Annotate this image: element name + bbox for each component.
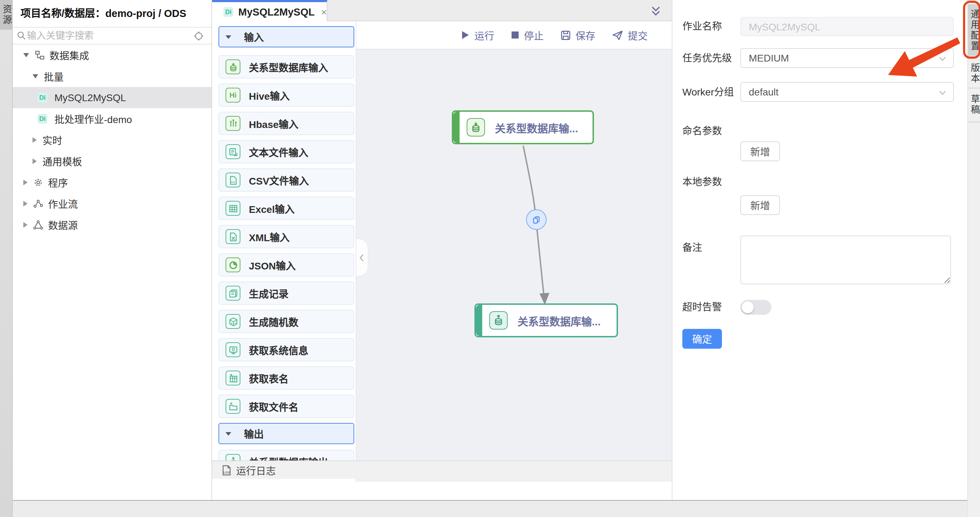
run-log-bar[interactable]: LOG 运行日志 — [212, 460, 672, 479]
close-icon[interactable]: × — [321, 6, 327, 17]
palette-item-xml-input[interactable]: XML输入 — [218, 225, 354, 248]
caret-down-icon[interactable] — [32, 74, 38, 78]
timeout-alert-label: 超时告警 — [682, 300, 722, 314]
excel-grid-icon — [226, 201, 240, 216]
caret-right-icon[interactable] — [23, 180, 27, 185]
rail-tab-draft[interactable]: 草稿 — [968, 92, 980, 118]
component-palette: 输入 关系型数据库输入 Hi Hive输入 Hbase输入 — [212, 21, 356, 482]
rail-tab-general-config[interactable]: 通用配置 — [968, 4, 980, 56]
palette-section-output[interactable]: 输出 — [218, 423, 354, 444]
tree-item-datasource[interactable]: 数据源 — [13, 214, 212, 235]
tree-item-batch-job-demo[interactable]: Di 批处理作业-demo — [13, 108, 212, 129]
palette-item-label: JSON输入 — [249, 258, 296, 272]
caret-down-icon[interactable] — [23, 53, 29, 57]
edge-copy-handle[interactable] — [526, 209, 547, 230]
section-label: 输出 — [244, 426, 264, 441]
node-accent-bar — [453, 112, 460, 143]
rail-tab-label: 版本 — [968, 63, 980, 84]
search-input[interactable] — [27, 29, 179, 43]
chevron-down-icon — [939, 91, 946, 95]
resources-rail-tab[interactable]: 资源 — [0, 0, 13, 30]
worker-group-select[interactable]: default — [740, 82, 954, 102]
run-log-label: 运行日志 — [236, 463, 276, 477]
tab-title: MySQL2MySQL — [238, 6, 315, 17]
palette-item-label: 获取表名 — [249, 371, 288, 385]
dag-canvas[interactable]: 关系型数据库输... 关系型数据库输... — [356, 49, 672, 482]
monitor-icon — [226, 342, 240, 357]
palette-item-get-system-info[interactable]: 获取系统信息 — [218, 338, 354, 361]
tree-item-program[interactable]: 程序 — [13, 172, 212, 193]
rail-tab-version[interactable]: 版本 — [968, 62, 980, 86]
local-params-add-button[interactable]: 新增 — [740, 195, 780, 215]
caret-right-icon[interactable] — [23, 222, 27, 228]
job-name-input[interactable] — [740, 17, 954, 36]
text-file-icon — [226, 144, 240, 159]
node-rdb-input[interactable]: 关系型数据库输... — [452, 110, 594, 144]
remarks-textarea[interactable] — [740, 235, 951, 284]
stop-button[interactable]: 停止 — [511, 28, 544, 42]
palette-item-excel-input[interactable]: Excel输入 — [218, 197, 354, 220]
caret-right-icon[interactable] — [23, 201, 27, 207]
caret-right-icon[interactable] — [32, 158, 37, 164]
paper-plane-icon — [612, 30, 623, 40]
palette-item-get-table-name[interactable]: 获取表名 — [218, 366, 354, 390]
tree-item-data-integration[interactable]: 数据集成 — [13, 45, 212, 66]
project-sidebar: 项目名称/数据层：demo-proj / ODS 数据集成 批量 — [13, 0, 212, 500]
tab-mysql2mysql[interactable]: Di MySQL2MySQL × — [212, 0, 328, 21]
remarks-label: 备注 — [682, 240, 702, 255]
tree-item-workflow[interactable]: 作业流 — [13, 193, 212, 214]
save-button[interactable]: 保存 — [561, 28, 595, 42]
palette-item-text-file-input[interactable]: 文本文件输入 — [218, 140, 354, 163]
chevron-left-icon — [359, 253, 364, 261]
timeout-alert-toggle[interactable] — [740, 300, 772, 315]
palette-item-label: 获取文件名 — [249, 399, 298, 414]
palette-item-generate-records[interactable]: 生成记录 — [218, 282, 354, 305]
tree-item-common-template[interactable]: 通用模板 — [13, 151, 212, 172]
tree-item-label: 批处理作业-demo — [54, 112, 132, 126]
config-panel: 作业名称 任务优先级 MEDIUM Worker分组 default 命名参数 … — [672, 0, 967, 500]
named-params-add-button[interactable]: 新增 — [740, 142, 780, 161]
job-name-label: 作业名称 — [682, 19, 722, 33]
priority-select[interactable]: MEDIUM — [740, 48, 954, 68]
file-name-icon — [226, 399, 240, 414]
bottom-strip — [13, 500, 967, 517]
tree-item-mysql2mysql[interactable]: Di MySQL2MySQL — [13, 87, 212, 108]
datasource-icon — [33, 220, 43, 230]
palette-item-label: 生成记录 — [249, 286, 288, 300]
workflow-icon — [33, 199, 43, 208]
submit-button[interactable]: 提交 — [612, 28, 648, 42]
palette-item-csv-input[interactable]: csv CSV文件输入 — [218, 168, 354, 192]
palette-item-json-input[interactable]: JSON输入 — [218, 253, 354, 277]
tree-item-realtime[interactable]: 实时 — [13, 129, 212, 151]
palette-item-hbase-input[interactable]: Hbase输入 — [218, 112, 354, 135]
palette-section-input[interactable]: 输入 — [218, 26, 354, 48]
palette-item-generate-random[interactable]: 生成随机数 — [218, 310, 354, 333]
local-params-label: 本地参数 — [682, 175, 722, 189]
submit-label: 提交 — [628, 28, 648, 42]
confirm-button[interactable]: 确定 — [682, 329, 722, 349]
log-icon: LOG — [221, 464, 232, 476]
palette-item-get-file-name[interactable]: 获取文件名 — [218, 395, 354, 418]
sitemap-icon — [35, 50, 45, 60]
node-label: 关系型数据库输... — [517, 313, 601, 328]
worker-group-value: default — [749, 86, 778, 98]
locate-icon[interactable] — [194, 31, 204, 41]
palette-item-hive-input[interactable]: Hi Hive输入 — [218, 83, 354, 107]
priority-label: 任务优先级 — [682, 51, 732, 65]
database-output-icon — [489, 311, 508, 329]
tree-item-batch[interactable]: 批量 — [13, 66, 212, 87]
canvas-toolbar: 运行 停止 保存 提交 — [356, 21, 672, 49]
editor-panel: Di MySQL2MySQL × 输入 关系型数据库输入 Hi — [212, 0, 672, 517]
tree-item-label: 批量 — [44, 69, 64, 83]
hbase-icon — [226, 116, 240, 131]
node-rdb-output[interactable]: 关系型数据库输... — [474, 304, 618, 337]
database-input-icon — [226, 59, 240, 74]
search-icon — [17, 31, 26, 40]
stop-icon — [511, 31, 519, 39]
run-button[interactable]: 运行 — [461, 28, 494, 42]
caret-right-icon[interactable] — [32, 137, 37, 143]
double-chevron-down-icon[interactable] — [651, 6, 660, 16]
palette-collapse-handle[interactable] — [356, 239, 368, 277]
app-window: 资源 项目名称/数据层：demo-proj / ODS 数据集成 — [0, 0, 980, 517]
palette-item-rdb-input[interactable]: 关系型数据库输入 — [218, 55, 354, 78]
